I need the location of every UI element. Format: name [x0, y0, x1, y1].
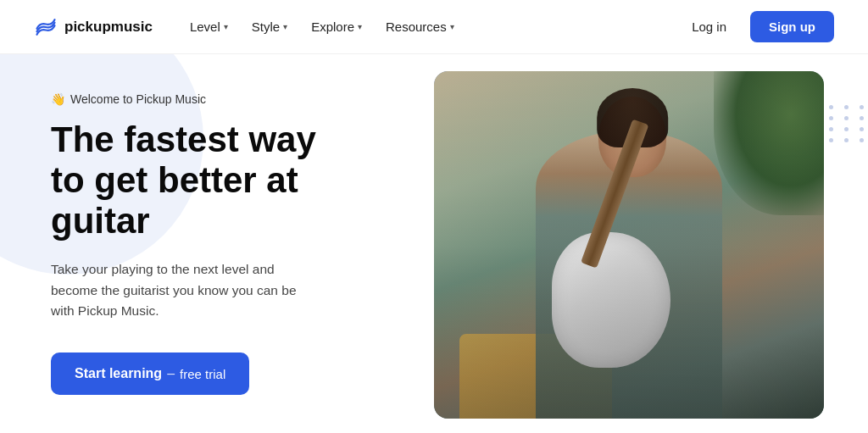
hero-subtitle: Take your playing to the next level and …	[51, 259, 322, 322]
logo-text: pickupmusic	[64, 19, 153, 36]
chevron-down-icon: ▾	[450, 22, 454, 31]
nav-right: Log in Sign up	[682, 11, 834, 42]
logo-icon	[34, 15, 58, 39]
nav-links: Level ▾ Style ▾ Explore ▾ Resources ▾	[180, 13, 682, 41]
welcome-emoji: 👋	[51, 92, 65, 106]
cta-dash: –	[167, 366, 175, 381]
nav-item-resources[interactable]: Resources ▾	[376, 13, 465, 41]
hero-content: 👋 Welcome to Pickup Music The fastest wa…	[0, 54, 390, 433]
hero-title: The fastest way to get better at guitar	[51, 119, 348, 242]
chevron-down-icon: ▾	[358, 22, 362, 31]
chevron-down-icon: ▾	[224, 22, 228, 31]
cta-trial-text: free trial	[180, 367, 225, 381]
hero-image-container	[390, 54, 868, 433]
welcome-text: Welcome to Pickup Music	[70, 92, 206, 106]
chevron-down-icon: ▾	[283, 22, 287, 31]
hero-section: 👋 Welcome to Pickup Music The fastest wa…	[0, 54, 868, 433]
start-learning-button[interactable]: Start learning – free trial	[51, 353, 249, 395]
logo[interactable]: pickupmusic	[34, 15, 153, 39]
nav-item-level[interactable]: Level ▾	[180, 13, 238, 41]
nav-item-explore[interactable]: Explore ▾	[301, 13, 372, 41]
hero-photo	[434, 71, 824, 419]
login-button[interactable]: Log in	[682, 13, 737, 41]
welcome-tag: 👋 Welcome to Pickup Music	[51, 92, 348, 106]
signup-button[interactable]: Sign up	[750, 11, 834, 42]
nav-item-style[interactable]: Style ▾	[242, 13, 298, 41]
cta-main-text: Start learning	[75, 366, 162, 381]
navbar: pickupmusic Level ▾ Style ▾ Explore ▾ Re…	[0, 0, 868, 54]
